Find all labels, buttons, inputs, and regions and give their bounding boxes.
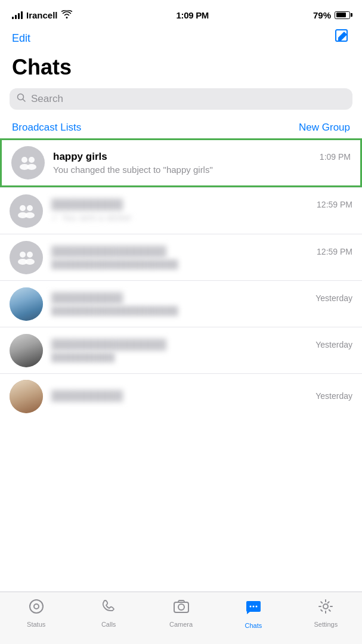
svg-point-18	[249, 606, 251, 608]
search-container: Search	[0, 86, 362, 116]
tab-bar: Status Calls Camera	[0, 592, 362, 644]
avatar	[10, 380, 43, 413]
search-bar[interactable]: Search	[10, 88, 352, 110]
compose-button[interactable]	[335, 29, 350, 48]
chats-icon	[245, 598, 262, 620]
svg-point-17	[178, 604, 184, 610]
status-icon	[28, 598, 45, 619]
svg-point-21	[323, 604, 328, 609]
battery-percent: 79%	[313, 10, 331, 20]
settings-icon	[317, 598, 334, 619]
edit-button[interactable]: Edit	[12, 32, 30, 45]
tab-settings-label: Settings	[314, 621, 338, 628]
chat-preview: ██████████	[51, 352, 254, 363]
avatar	[10, 334, 43, 367]
chat-time: 12:59 PM	[317, 247, 352, 256]
status-time: 1:09 PM	[176, 10, 209, 20]
tab-status-label: Status	[27, 621, 45, 628]
chat-item[interactable]: ██████████ Yesterday	[0, 373, 362, 419]
tab-settings[interactable]: Settings	[290, 598, 362, 628]
svg-point-20	[255, 606, 257, 608]
chat-item[interactable]: ████████████████ 12:59 PM ██████████████…	[0, 234, 362, 280]
chat-header: ████████████████ 12:59 PM	[51, 246, 352, 258]
chat-time: Yesterday	[315, 340, 352, 349]
status-bar: Irancell 1:09 PM 79%	[0, 0, 362, 26]
calls-icon	[100, 598, 117, 619]
chat-header: ████████████████ Yesterday	[51, 339, 352, 351]
page-title: Chats	[0, 52, 362, 86]
avatar	[10, 241, 43, 274]
chat-preview: You changed the subject to "happy girls"	[53, 165, 256, 175]
chat-name: happy girls	[53, 151, 107, 163]
group-icon	[16, 200, 37, 222]
svg-point-5	[27, 164, 36, 170]
tab-camera-label: Camera	[169, 621, 193, 628]
svg-point-10	[20, 252, 26, 258]
broadcast-lists-button[interactable]: Broadcast Lists	[12, 122, 81, 134]
signal-bars	[12, 11, 23, 19]
chat-name: ██████████	[51, 199, 123, 210]
search-icon	[17, 93, 26, 105]
svg-point-13	[25, 259, 35, 265]
tab-camera[interactable]: Camera	[145, 598, 217, 628]
svg-point-11	[27, 252, 33, 258]
chat-time: Yesterday	[315, 293, 352, 303]
avatar	[10, 287, 43, 321]
svg-point-15	[34, 604, 39, 609]
chat-content: ██████████ 12:59 PM ✓ You sent a sticker	[51, 199, 352, 223]
chat-header: ██████████ Yesterday	[51, 390, 352, 402]
tab-status[interactable]: Status	[0, 598, 72, 628]
chat-header: happy girls 1:09 PM	[53, 151, 351, 163]
battery-icon	[335, 11, 350, 19]
chat-item[interactable]: ██████████ Yesterday ███████████████████…	[0, 280, 362, 327]
chat-time: 1:09 PM	[320, 152, 351, 162]
chat-preview: ████████████████████	[51, 259, 254, 270]
svg-point-9	[25, 212, 35, 218]
chat-name: ██████████	[51, 390, 123, 402]
chat-content: ████████████████ Yesterday ██████████	[51, 339, 352, 363]
status-right: 79%	[313, 10, 350, 20]
svg-point-7	[27, 205, 33, 211]
status-left: Irancell	[12, 10, 72, 20]
chat-content: happy girls 1:09 PM You changed the subj…	[53, 151, 351, 175]
svg-point-2	[21, 157, 27, 163]
chat-content: ██████████ Yesterday	[51, 390, 352, 404]
chat-header: ██████████ Yesterday	[51, 292, 352, 304]
chat-name: ████████████████	[51, 339, 166, 351]
compose-icon	[335, 29, 350, 44]
avatar	[11, 146, 45, 179]
wifi-icon	[61, 10, 72, 20]
chat-preview: ████████████████████	[51, 306, 254, 316]
chat-content: ██████████ Yesterday ███████████████████…	[51, 292, 352, 316]
tab-chats-label: Chats	[245, 622, 262, 629]
chat-time: Yesterday	[315, 391, 352, 401]
signal-bar-2	[15, 15, 17, 19]
group-icon	[17, 152, 39, 174]
group-icon	[16, 247, 37, 268]
tab-chats[interactable]: Chats	[217, 598, 289, 629]
camera-icon	[173, 598, 190, 619]
svg-point-19	[252, 606, 254, 608]
chat-name: ████████████████	[51, 246, 166, 258]
search-placeholder: Search	[31, 93, 63, 105]
chat-item[interactable]: ██████████ 12:59 PM ✓ You sent a sticker	[0, 187, 362, 234]
chat-list: happy girls 1:09 PM You changed the subj…	[0, 138, 362, 419]
signal-bar-4	[21, 11, 23, 19]
chat-time: 12:59 PM	[317, 200, 352, 209]
tab-calls[interactable]: Calls	[72, 598, 144, 628]
svg-point-14	[30, 600, 43, 613]
chat-preview: ✓ You sent a sticker	[51, 212, 254, 223]
carrier-name: Irancell	[26, 10, 58, 20]
lists-row: Broadcast Lists New Group	[0, 116, 362, 138]
new-group-button[interactable]: New Group	[299, 122, 350, 134]
chat-content: ████████████████ 12:59 PM ██████████████…	[51, 246, 352, 270]
svg-point-6	[20, 205, 26, 211]
chat-item[interactable]: ████████████████ Yesterday ██████████	[0, 327, 362, 373]
tab-calls-label: Calls	[101, 621, 116, 628]
chat-header: ██████████ 12:59 PM	[51, 199, 352, 210]
top-nav: Edit	[0, 26, 362, 52]
signal-bar-3	[18, 13, 20, 19]
signal-bar-1	[12, 17, 14, 19]
chat-item[interactable]: happy girls 1:09 PM You changed the subj…	[0, 138, 362, 187]
avatar	[10, 194, 43, 228]
